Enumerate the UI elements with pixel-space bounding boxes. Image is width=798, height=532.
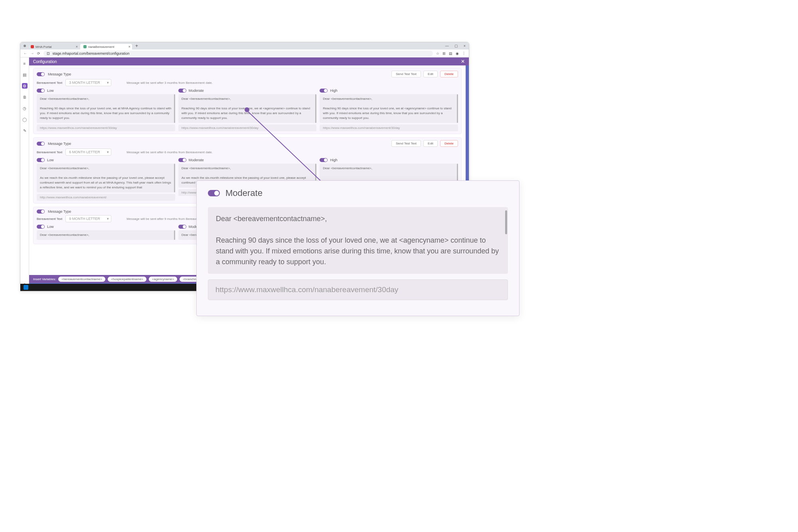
send-test-button[interactable]: Send Test Text: [391, 140, 421, 147]
url-input[interactable]: ⊡ stage.mhaportal.com/bereavement/config…: [43, 51, 433, 56]
message-type-label: Message Type: [48, 72, 71, 76]
user-icon[interactable]: ◯: [22, 117, 28, 122]
url-field[interactable]: http://www.maxwellhca.com/nanabereavemen…: [37, 194, 175, 201]
close-icon[interactable]: ×: [76, 45, 78, 49]
variable-chip[interactable]: <hospicepatientname>: [108, 277, 146, 282]
close-icon[interactable]: ✕: [461, 59, 465, 64]
moderate-label: Moderate: [189, 89, 204, 93]
minimize-icon[interactable]: —: [445, 44, 449, 48]
url-text: stage.mhaportal.com/bereavement/configur…: [53, 51, 130, 55]
message-type-toggle[interactable]: [37, 142, 45, 146]
sidebar: ≡ ▤ ⚙ 🗎 ◷ ◯ ✎ ◯: [20, 57, 29, 291]
message-preview[interactable]: Dear <bereavementcontactname>,As we reac…: [37, 164, 175, 192]
moderate-toggle[interactable]: [178, 225, 186, 229]
lock-icon: ⊡: [47, 51, 50, 55]
extensions-icon[interactable]: ⊞: [442, 51, 446, 55]
address-bar: ← → ⟳ ⊡ stage.mhaportal.com/bereavement/…: [20, 49, 469, 57]
message-preview[interactable]: Dear <bereavementcontactname>,Reaching 9…: [208, 207, 508, 274]
low-label: Low: [47, 158, 54, 162]
taskbar-app-icon[interactable]: [24, 285, 28, 290]
low-toggle[interactable]: [37, 158, 45, 162]
column-low: Low Dear <bereavementcontactname>,Reachi…: [37, 89, 175, 131]
high-label: High: [330, 158, 338, 162]
column-low: Low Dear <bereavementcontactname>,: [37, 225, 175, 241]
menu-icon[interactable]: ⋮: [462, 51, 466, 55]
message-preview[interactable]: Dear <bereavementcontactname>,Reaching 9…: [320, 94, 458, 123]
message-type-toggle[interactable]: [37, 72, 45, 76]
moderate-toggle[interactable]: [178, 89, 186, 93]
menu-icon[interactable]: ≡: [22, 61, 28, 66]
star-icon[interactable]: ☆: [436, 51, 439, 55]
delete-button[interactable]: Delete: [440, 140, 458, 147]
tab-nanabereavement[interactable]: nanaBereavement ×: [80, 44, 132, 49]
letter-dropdown[interactable]: 9 MONTH LETTER: [65, 215, 111, 222]
page-title: Configuration: [33, 59, 57, 64]
profile-icon[interactable]: ◉: [456, 51, 459, 55]
close-icon[interactable]: ×: [464, 44, 466, 48]
letter-dropdown[interactable]: 6 MONTH LETTER: [65, 148, 111, 156]
new-tab-button[interactable]: +: [135, 43, 138, 49]
edit-icon[interactable]: ✎: [22, 128, 28, 133]
letter-dropdown[interactable]: 3 MONTH LETTER: [65, 79, 111, 86]
low-toggle[interactable]: [37, 89, 45, 93]
schedule-hint: Message will be sent after 6 months from…: [126, 150, 213, 154]
url-field[interactable]: https://www.maxwellhca.com/nanabereaveme…: [320, 125, 458, 131]
favicon-icon: [31, 45, 34, 48]
list-icon[interactable]: ▤: [22, 72, 28, 77]
tab-title: MHA Portal: [36, 45, 51, 49]
variable-chip[interactable]: <bereavementcontactname>: [58, 277, 105, 282]
moderate-label: Moderate: [225, 188, 263, 198]
window-controls: — ▢ ×: [445, 44, 466, 48]
maximize-icon[interactable]: ▢: [454, 44, 458, 48]
edit-button[interactable]: Edit: [423, 71, 438, 77]
config-header: Configuration ✕: [29, 57, 469, 65]
zoom-detail-panel: Moderate Dear <bereavementcontactname>,R…: [196, 180, 519, 316]
bereavement-text-label: Bereavement Text: [37, 150, 62, 154]
message-type-label: Message Type: [48, 210, 71, 214]
url-field[interactable]: https://www.maxwellhca.com/nanabereaveme…: [37, 125, 175, 131]
send-test-button[interactable]: Send Test Text: [391, 71, 421, 77]
message-preview[interactable]: Dear <bereavementcontactname>,: [37, 230, 175, 240]
back-icon[interactable]: ←: [24, 51, 27, 55]
low-toggle[interactable]: [37, 225, 45, 229]
low-label: Low: [47, 89, 54, 93]
moderate-toggle[interactable]: [178, 158, 186, 162]
high-toggle[interactable]: [320, 158, 328, 162]
column-low: Low Dear <bereavementcontactname>,As we …: [37, 158, 175, 201]
high-toggle[interactable]: [320, 89, 328, 93]
variable-label: Insert Variables:: [33, 277, 56, 281]
moderate-label: Moderate: [189, 158, 204, 162]
reload-icon[interactable]: ⟳: [37, 51, 40, 55]
message-type-label: Message Type: [48, 142, 71, 146]
variable-chip[interactable]: <agencyname>: [149, 277, 177, 282]
url-field[interactable]: https://www.maxwellhca.com/nanabereaveme…: [208, 279, 508, 300]
edit-button[interactable]: Edit: [423, 140, 438, 147]
high-label: High: [330, 89, 338, 93]
delete-button[interactable]: Delete: [440, 71, 458, 77]
tab-title: nanaBereavement: [88, 45, 114, 49]
close-icon[interactable]: ×: [128, 45, 130, 49]
clock-icon[interactable]: ◷: [22, 105, 28, 111]
tab-bar: MHA Portal × nanaBereavement × + — ▢ ×: [20, 42, 469, 49]
low-label: Low: [47, 225, 54, 229]
forward-icon[interactable]: →: [30, 51, 34, 55]
cursor-indicator: [245, 107, 249, 112]
url-field[interactable]: https://www.maxwellhca.com/nanabereaveme…: [178, 125, 317, 131]
window-menu-icon[interactable]: [24, 45, 26, 47]
column-high: High Dear <bereavementcontactname>,Reach…: [320, 89, 458, 131]
gear-icon[interactable]: ⚙: [22, 83, 28, 89]
message-preview[interactable]: Dear <bereavementcontactname>,Reaching 9…: [37, 94, 175, 123]
reading-list-icon[interactable]: ▤: [449, 51, 452, 55]
message-type-toggle[interactable]: [37, 210, 45, 214]
bereavement-text-label: Bereavement Text: [37, 81, 62, 85]
schedule-hint: Message will be sent after 3 months from…: [126, 81, 213, 85]
moderate-toggle[interactable]: [208, 190, 220, 196]
bereavement-text-label: Bereavement Text: [37, 217, 62, 221]
document-icon[interactable]: 🗎: [22, 94, 28, 100]
favicon-icon: [83, 45, 87, 48]
message-block: Message Type Send Test Text Edit Delete …: [33, 68, 462, 134]
tab-mha-portal[interactable]: MHA Portal ×: [28, 44, 79, 49]
